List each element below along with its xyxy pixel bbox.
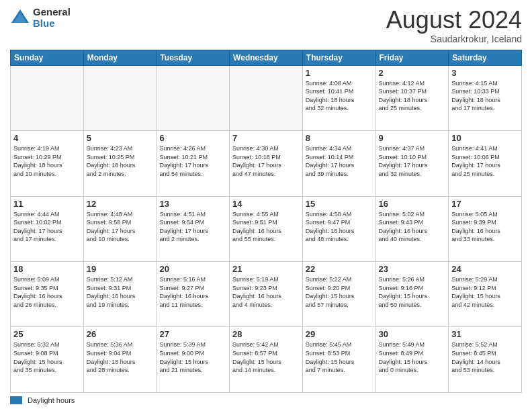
day-number: 18 <box>13 264 81 274</box>
logo-text: General Blue <box>33 7 71 29</box>
calendar-cell: 13Sunrise: 4:51 AM Sunset: 9:54 PM Dayli… <box>157 196 230 261</box>
title-location: Saudarkrokur, Iceland <box>386 34 522 44</box>
day-number: 26 <box>87 329 154 339</box>
calendar-cell: 17Sunrise: 5:05 AM Sunset: 9:39 PM Dayli… <box>449 196 522 261</box>
calendar-cell: 16Sunrise: 5:02 AM Sunset: 9:43 PM Dayli… <box>375 196 449 261</box>
weekday-header: Sunday <box>11 50 84 65</box>
logo-blue: Blue <box>33 18 71 30</box>
day-number: 4 <box>13 133 81 143</box>
day-info: Sunrise: 4:41 AM Sunset: 10:06 PM Daylig… <box>451 144 519 178</box>
title-month: August 2024 <box>386 7 522 34</box>
weekday-header: Wednesday <box>230 50 303 65</box>
calendar-week-row: 4Sunrise: 4:19 AM Sunset: 10:29 PM Dayli… <box>11 131 522 196</box>
calendar: SundayMondayTuesdayWednesdayThursdayFrid… <box>10 50 522 393</box>
calendar-cell: 8Sunrise: 4:34 AM Sunset: 10:14 PM Dayli… <box>302 131 375 196</box>
weekday-header: Saturday <box>449 50 522 65</box>
day-info: Sunrise: 5:32 AM Sunset: 9:08 PM Dayligh… <box>13 340 81 374</box>
day-info: Sunrise: 5:19 AM Sunset: 9:23 PM Dayligh… <box>232 275 300 309</box>
calendar-cell: 31Sunrise: 5:52 AM Sunset: 8:45 PM Dayli… <box>449 327 522 393</box>
calendar-cell: 5Sunrise: 4:23 AM Sunset: 10:25 PM Dayli… <box>83 131 157 196</box>
day-number: 14 <box>232 199 300 209</box>
calendar-cell: 2Sunrise: 4:12 AM Sunset: 10:37 PM Dayli… <box>375 65 449 130</box>
title-block: August 2024 Saudarkrokur, Iceland <box>386 7 522 44</box>
calendar-cell: 14Sunrise: 4:55 AM Sunset: 9:51 PM Dayli… <box>230 196 303 261</box>
day-info: Sunrise: 4:58 AM Sunset: 9:47 PM Dayligh… <box>306 210 373 244</box>
day-number: 29 <box>306 329 373 339</box>
day-number: 3 <box>451 68 519 78</box>
day-info: Sunrise: 5:22 AM Sunset: 9:20 PM Dayligh… <box>306 275 373 309</box>
day-number: 15 <box>306 199 373 209</box>
day-number: 21 <box>232 264 300 274</box>
day-info: Sunrise: 4:37 AM Sunset: 10:10 PM Daylig… <box>379 144 446 178</box>
calendar-cell: 4Sunrise: 4:19 AM Sunset: 10:29 PM Dayli… <box>11 131 84 196</box>
day-number: 1 <box>306 68 373 78</box>
day-number: 31 <box>451 329 519 339</box>
day-number: 10 <box>451 133 519 143</box>
calendar-cell: 15Sunrise: 4:58 AM Sunset: 9:47 PM Dayli… <box>302 196 375 261</box>
day-info: Sunrise: 4:08 AM Sunset: 10:41 PM Daylig… <box>306 79 373 113</box>
calendar-week-row: 1Sunrise: 4:08 AM Sunset: 10:41 PM Dayli… <box>11 65 522 130</box>
daylight-label: Daylight hours <box>28 396 75 404</box>
day-info: Sunrise: 4:30 AM Sunset: 10:18 PM Daylig… <box>232 144 300 178</box>
day-info: Sunrise: 4:34 AM Sunset: 10:14 PM Daylig… <box>306 144 373 178</box>
logo-general: General <box>33 7 71 18</box>
calendar-week-row: 11Sunrise: 4:44 AM Sunset: 10:02 PM Dayl… <box>11 196 522 261</box>
day-info: Sunrise: 5:09 AM Sunset: 9:35 PM Dayligh… <box>13 275 81 309</box>
calendar-cell: 29Sunrise: 5:45 AM Sunset: 8:53 PM Dayli… <box>302 327 375 393</box>
day-info: Sunrise: 5:42 AM Sunset: 8:57 PM Dayligh… <box>232 340 300 374</box>
calendar-cell: 19Sunrise: 5:12 AM Sunset: 9:31 PM Dayli… <box>83 262 157 327</box>
day-number: 23 <box>379 264 446 274</box>
calendar-cell: 3Sunrise: 4:15 AM Sunset: 10:33 PM Dayli… <box>449 65 522 130</box>
calendar-week-row: 25Sunrise: 5:32 AM Sunset: 9:08 PM Dayli… <box>11 327 522 393</box>
calendar-cell: 9Sunrise: 4:37 AM Sunset: 10:10 PM Dayli… <box>375 131 449 196</box>
day-info: Sunrise: 5:45 AM Sunset: 8:53 PM Dayligh… <box>306 340 373 374</box>
calendar-cell: 12Sunrise: 4:48 AM Sunset: 9:58 PM Dayli… <box>83 196 157 261</box>
day-info: Sunrise: 5:05 AM Sunset: 9:39 PM Dayligh… <box>451 210 519 244</box>
calendar-cell <box>230 65 303 130</box>
day-number: 24 <box>451 264 519 274</box>
day-number: 9 <box>379 133 446 143</box>
day-number: 12 <box>87 199 154 209</box>
footer: Daylight hours <box>10 396 522 404</box>
calendar-cell <box>11 65 84 130</box>
day-number: 27 <box>159 329 226 339</box>
day-info: Sunrise: 5:02 AM Sunset: 9:43 PM Dayligh… <box>379 210 446 244</box>
weekday-header: Monday <box>83 50 157 65</box>
calendar-cell: 22Sunrise: 5:22 AM Sunset: 9:20 PM Dayli… <box>302 262 375 327</box>
day-info: Sunrise: 5:12 AM Sunset: 9:31 PM Dayligh… <box>87 275 154 309</box>
calendar-cell: 30Sunrise: 5:49 AM Sunset: 8:49 PM Dayli… <box>375 327 449 393</box>
day-number: 16 <box>379 199 446 209</box>
day-number: 7 <box>232 133 300 143</box>
day-number: 28 <box>232 329 300 339</box>
day-number: 6 <box>159 133 226 143</box>
calendar-cell: 25Sunrise: 5:32 AM Sunset: 9:08 PM Dayli… <box>11 327 84 393</box>
calendar-cell <box>83 65 157 130</box>
day-number: 8 <box>306 133 373 143</box>
logo-icon <box>10 8 30 28</box>
day-info: Sunrise: 5:29 AM Sunset: 9:12 PM Dayligh… <box>451 275 519 309</box>
calendar-cell: 26Sunrise: 5:36 AM Sunset: 9:04 PM Dayli… <box>83 327 157 393</box>
day-number: 17 <box>451 199 519 209</box>
day-number: 2 <box>379 68 446 78</box>
calendar-header-row: SundayMondayTuesdayWednesdayThursdayFrid… <box>11 50 522 65</box>
calendar-week-row: 18Sunrise: 5:09 AM Sunset: 9:35 PM Dayli… <box>11 262 522 327</box>
day-info: Sunrise: 4:15 AM Sunset: 10:33 PM Daylig… <box>451 79 519 113</box>
calendar-cell: 27Sunrise: 5:39 AM Sunset: 9:00 PM Dayli… <box>157 327 230 393</box>
day-info: Sunrise: 4:55 AM Sunset: 9:51 PM Dayligh… <box>232 210 300 244</box>
calendar-cell: 6Sunrise: 4:26 AM Sunset: 10:21 PM Dayli… <box>157 131 230 196</box>
day-info: Sunrise: 5:49 AM Sunset: 8:49 PM Dayligh… <box>379 340 446 374</box>
header: General Blue August 2024 Saudarkrokur, I… <box>10 7 522 44</box>
calendar-cell: 18Sunrise: 5:09 AM Sunset: 9:35 PM Dayli… <box>11 262 84 327</box>
day-info: Sunrise: 5:36 AM Sunset: 9:04 PM Dayligh… <box>87 340 154 374</box>
day-number: 30 <box>379 329 446 339</box>
day-number: 20 <box>159 264 226 274</box>
page: General Blue August 2024 Saudarkrokur, I… <box>0 0 532 411</box>
day-info: Sunrise: 5:39 AM Sunset: 9:00 PM Dayligh… <box>159 340 226 374</box>
day-info: Sunrise: 4:19 AM Sunset: 10:29 PM Daylig… <box>13 144 81 178</box>
calendar-cell: 1Sunrise: 4:08 AM Sunset: 10:41 PM Dayli… <box>302 65 375 130</box>
day-info: Sunrise: 4:23 AM Sunset: 10:25 PM Daylig… <box>87 144 154 178</box>
calendar-cell: 10Sunrise: 4:41 AM Sunset: 10:06 PM Dayl… <box>449 131 522 196</box>
calendar-cell: 20Sunrise: 5:16 AM Sunset: 9:27 PM Dayli… <box>157 262 230 327</box>
day-info: Sunrise: 4:26 AM Sunset: 10:21 PM Daylig… <box>159 144 226 178</box>
day-number: 11 <box>13 199 81 209</box>
